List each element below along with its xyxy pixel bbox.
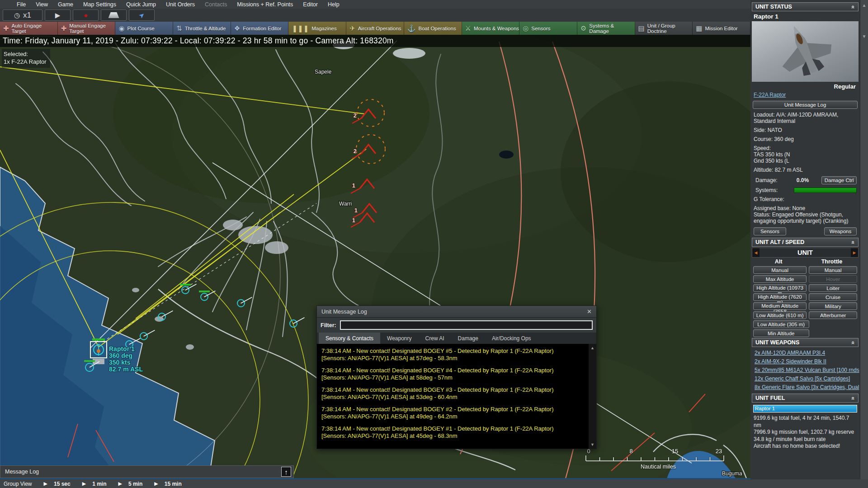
svg-text:82.7 m ASL: 82.7 m ASL [109, 366, 143, 373]
play-triangle-icon[interactable]: ▶ [118, 481, 122, 487]
max-altitude-button[interactable]: Max Altitude [753, 275, 807, 283]
group-view-toggle[interactable]: Group View [4, 481, 32, 487]
menu-help[interactable]: Help [323, 1, 344, 8]
aircraft-operations-button[interactable]: ✈Aircraft Operations [346, 22, 404, 35]
menu-map-settings[interactable]: Map Settings [78, 1, 121, 8]
mission-icon: ▦ [696, 25, 702, 32]
filter-input[interactable] [340, 320, 593, 330]
fuel-warning: Aircraft has no home base selected! [754, 443, 857, 450]
speed-1min[interactable]: 1 min [92, 481, 106, 487]
tab-crew-ai[interactable]: Crew AI [419, 333, 451, 344]
high-altitude-7620-button[interactable]: High Altitude (7620 m) [753, 293, 807, 301]
contact-count: 2 [354, 112, 357, 119]
engage-icon: ✚ [61, 25, 67, 32]
weapon-link[interactable]: 5x 20mm/85 M61A2 Vulcan Burst [100 rnds [755, 366, 856, 375]
speed-tas: TAS 350 kts (N [752, 151, 859, 158]
speed-5min[interactable]: 5 min [128, 481, 142, 487]
menu-game[interactable]: Game [53, 1, 78, 8]
speed-15sec[interactable]: 15 sec [54, 481, 71, 487]
menu-file[interactable]: File [12, 1, 31, 8]
unit-weapons-header[interactable]: UNIT WEAPONS « [752, 338, 859, 347]
unit-type-link[interactable]: F-22A Raptor [752, 90, 859, 99]
scroll-down-icon[interactable]: ▼ [860, 34, 868, 39]
time-bar: Time: Friday, January 11, 2019 - Zulu: 0… [0, 35, 750, 47]
min-altitude-button[interactable]: Min Altitude [753, 329, 809, 337]
dialog-title-bar[interactable]: Unit Message Log ✕ [317, 306, 596, 318]
weapon-link[interactable]: 8x Generic Flare Salvo [3x Cartridges, D… [755, 383, 856, 392]
menu-quick-jump[interactable]: Quick Jump [121, 1, 161, 8]
damage-ctrl-button[interactable]: Damage Ctrl [821, 176, 857, 184]
systems-damage-button[interactable]: ⚙Systems & Damage [577, 22, 635, 35]
auto-engage-target-button[interactable]: ✚Auto Engage Target [0, 22, 58, 35]
throttle-altitude-button[interactable]: ⇅Throttle & Altitude [173, 22, 231, 35]
unit-message-log-button[interactable]: Unit Message Log [753, 101, 857, 109]
low-altitude-305-button[interactable]: Low Altitude (305 m) [753, 320, 809, 328]
collapse-chevron-icon: « [850, 5, 857, 8]
scroll-down-icon[interactable]: ▼ [590, 442, 594, 447]
message-list[interactable]: 7:38:14 AM - New contact! Designated BOG… [317, 344, 596, 449]
engage-icon: ✚ [3, 25, 9, 32]
throttle-icon: ⇅ [176, 25, 182, 32]
close-icon[interactable]: ✕ [587, 308, 592, 315]
speed-15min[interactable]: 15 min [165, 481, 182, 487]
unit-fuel-header[interactable]: UNIT FUEL « [752, 394, 859, 403]
unit-status-header[interactable]: UNIT STATUS « [752, 2, 859, 11]
low-altitude-610-button[interactable]: Low Altitude (610 m) [753, 311, 807, 319]
high-altitude-10973-button[interactable]: High Altitude (10973 m [753, 284, 807, 292]
unit-alt-speed-header[interactable]: UNIT ALT / SPEED « [752, 238, 859, 247]
play-triangle-icon[interactable]: ▶ [154, 481, 158, 487]
weapon-link[interactable]: 12x Generic Chaff Salvo [5x Cartridges] [755, 375, 856, 383]
magazines-button[interactable]: ❚❚❚Magazines [288, 22, 346, 35]
menu-missions-ref-points[interactable]: Missions + Ref. Points [232, 1, 298, 8]
tab-air-docking-ops[interactable]: Air/Docking Ops [485, 333, 538, 344]
throttle-manual-button[interactable]: Manual [809, 266, 857, 274]
scope-left-arrow[interactable]: ◄ [752, 248, 760, 257]
menu-view[interactable]: View [31, 1, 53, 8]
alt-manual-button[interactable]: Manual [753, 266, 807, 274]
play-button[interactable]: ▶ [45, 9, 71, 21]
time-compression-button[interactable]: ◷ x1 [3, 9, 42, 21]
place-label-sapele: Sapele [315, 69, 332, 75]
unit-group-doctrine-button[interactable]: ▤Unit / Group Doctrine [635, 22, 693, 35]
sensors-button[interactable]: ◎Sensors [519, 22, 577, 35]
mission-editor-button[interactable]: ▦Mission Editor [693, 22, 750, 35]
plot-course-button[interactable]: ◉Plot Course [115, 22, 173, 35]
tab-damage[interactable]: Damage [451, 333, 485, 344]
record-button[interactable]: ● [73, 9, 99, 21]
manual-engage-target-button[interactable]: ✚Manual Engage Target [58, 22, 116, 35]
play-triangle-icon[interactable]: ▶ [43, 481, 47, 487]
dialog-scrollbar[interactable]: ▲ ▼ [589, 344, 596, 449]
scope-right-arrow[interactable]: ► [851, 248, 858, 257]
mounts-weapons-button[interactable]: ⚔Mounts & Weapons [462, 22, 520, 35]
assigned-base-text: Assigned base: None [752, 205, 859, 211]
scroll-up-icon[interactable]: ▲ [590, 346, 594, 350]
unit-status-sidebar: ▲ ▼ UNIT STATUS « Raptor 1 Regular [750, 0, 868, 479]
contact-count: 1 [352, 182, 355, 189]
sensors-panel-button[interactable]: Sensors [754, 227, 786, 235]
message-log-bar[interactable]: Message Log ↑ [0, 465, 294, 478]
scroll-up-icon[interactable]: ▲ [860, 3, 868, 8]
military-button[interactable]: Military [809, 302, 857, 310]
jump-to-button[interactable]: ➤ [129, 9, 155, 21]
afterburner-button[interactable]: Afterburner [809, 311, 857, 319]
medium-altitude-button[interactable]: Medium Altitude (3658 [753, 302, 807, 310]
tab-weaponry[interactable]: Weaponry [380, 333, 418, 344]
cruise-button[interactable]: Cruise [809, 293, 857, 301]
weapons-panel-button[interactable]: Weapons [824, 227, 857, 235]
expand-log-button[interactable]: ↑ [281, 467, 291, 477]
sidebar-scrollbar[interactable]: ▲ ▼ [860, 0, 868, 479]
play-triangle-icon[interactable]: ▶ [82, 481, 86, 487]
tab-sensory-contacts[interactable]: Sensory & Contacts [319, 333, 380, 344]
damage-value: 0.0% [797, 177, 809, 183]
fuel-unit-selected-item[interactable]: Raptor 1 [753, 405, 857, 413]
weapon-link[interactable]: 2x AIM-120D AMRAAM P3I.4 [755, 349, 856, 357]
map-view-button[interactable] [101, 9, 127, 21]
menu-unit-orders[interactable]: Unit Orders [161, 1, 200, 8]
log-message: 7:38:14 AM - New contact! Designated BOG… [321, 386, 585, 401]
weapon-link[interactable]: 2x AIM-9X-2 Sidewinder Blk II [755, 357, 856, 366]
menu-editor[interactable]: Editor [298, 1, 323, 8]
systems-row: Systems: [752, 187, 859, 193]
loiter-button[interactable]: Loiter [809, 284, 857, 292]
formation-editor-button[interactable]: ❖Formation Editor [231, 22, 289, 35]
boat-operations-button[interactable]: ⚓Boat Operations [404, 22, 462, 35]
